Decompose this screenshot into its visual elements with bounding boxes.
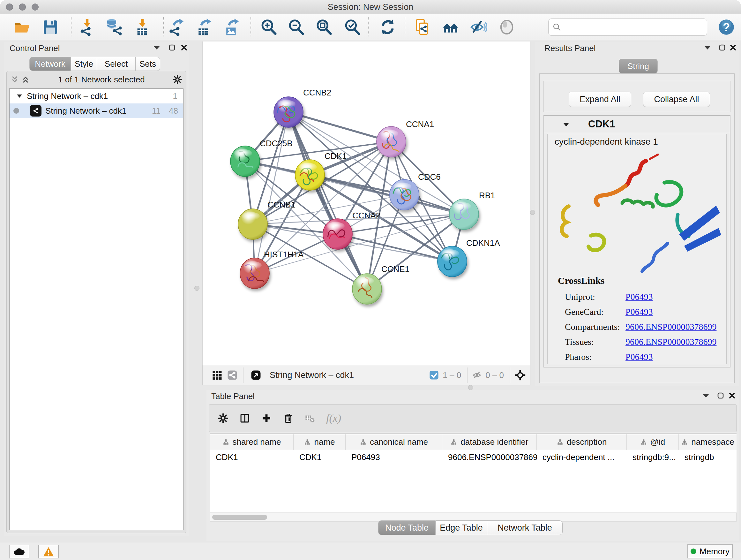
export-network-button[interactable] <box>167 17 186 37</box>
column-header-database-identifier[interactable]: database identifier <box>442 434 537 450</box>
column-header-description[interactable]: description <box>537 434 627 450</box>
hidden-items-button[interactable] <box>472 370 483 380</box>
node-CDC6[interactable] <box>390 179 419 210</box>
node-CCNE1[interactable] <box>352 273 382 304</box>
string-network-graph[interactable]: CCNB2CCNA1CDC25BCDK1CDC6RB1CCNB1CCNA2CDK… <box>203 42 531 365</box>
gene-card-header[interactable]: CDK1 <box>544 116 730 133</box>
node-CCNB1[interactable] <box>238 209 267 240</box>
node-CDKN1A[interactable] <box>437 246 467 277</box>
panel-menu-button[interactable] <box>151 43 162 52</box>
selected-filter-checkbox[interactable] <box>428 370 440 380</box>
search-field[interactable] <box>548 18 707 36</box>
crosslink-genecard[interactable]: P06493 <box>625 304 653 319</box>
apply-layout-button[interactable] <box>378 17 397 37</box>
warnings-button[interactable] <box>38 545 59 558</box>
table-cell[interactable]: stringdb:9... <box>627 450 679 464</box>
delete-column-button[interactable] <box>283 414 293 423</box>
table-row[interactable]: CDK1CDK1P064939606.ENSP00000378699cyclin… <box>210 450 737 464</box>
panel-close-button[interactable] <box>179 43 190 52</box>
collapse-triangle-icon[interactable] <box>14 91 25 101</box>
column-header-namespace[interactable]: namespace <box>679 434 737 450</box>
crosslink-pharos[interactable]: P06493 <box>625 349 653 364</box>
collapse-all-button[interactable]: Collapse All <box>643 91 710 107</box>
cloud-status-button[interactable] <box>9 545 29 558</box>
column-header-@id[interactable]: @id <box>627 434 679 450</box>
network-collection-row[interactable]: String Network – cdk1 1 <box>10 89 183 104</box>
table-cell[interactable]: CDK1 <box>293 450 346 464</box>
tab-select[interactable]: Select <box>97 57 135 71</box>
node-CDC25B[interactable] <box>230 146 260 177</box>
first-neighbors-button[interactable] <box>441 17 460 37</box>
table-cell[interactable]: stringdb <box>679 450 737 464</box>
zoom-selected-button[interactable] <box>343 17 362 37</box>
panel-menu-button[interactable] <box>702 43 713 52</box>
panel-close-button[interactable] <box>728 43 738 52</box>
export-table-button[interactable] <box>194 17 213 37</box>
node-CDK1[interactable] <box>295 160 325 190</box>
help-button[interactable]: ? <box>717 17 736 37</box>
crosslink-row: Tissues: 9606.ENSP00000378699 <box>565 334 724 349</box>
expand-all-networks-button[interactable] <box>9 75 20 84</box>
table-options-button[interactable] <box>218 414 228 423</box>
open-in-window-button[interactable] <box>251 370 261 380</box>
crosslink-tissues[interactable]: 9606.ENSP00000378699 <box>625 334 717 349</box>
column-header-canonical-name[interactable]: canonical name <box>346 434 442 450</box>
tab-network[interactable]: Network <box>29 57 71 71</box>
edge-CCNB2-CCNE1[interactable] <box>288 112 367 289</box>
table-cell[interactable]: cyclin-dependent ... <box>537 450 627 464</box>
node-CCNA2[interactable] <box>323 219 352 249</box>
tab-string[interactable]: String <box>619 59 658 73</box>
grid-view-button[interactable] <box>212 370 222 380</box>
import-network-database-button[interactable] <box>105 17 124 37</box>
collapse-all-networks-button[interactable] <box>20 75 31 84</box>
node-CCNB2[interactable] <box>274 97 303 127</box>
node-HIST1H1A[interactable] <box>240 258 269 289</box>
open-session-button[interactable] <box>13 17 32 37</box>
search-input[interactable] <box>561 22 698 32</box>
horizontal-splitter-handle[interactable] <box>468 385 473 390</box>
collapse-triangle-icon[interactable] <box>561 120 571 129</box>
import-network-file-button[interactable] <box>77 17 97 37</box>
column-header-name[interactable]: name <box>293 434 346 450</box>
expand-all-button[interactable]: Expand All <box>569 91 631 107</box>
network-badge-gray-button[interactable] <box>227 370 238 380</box>
network-options-button[interactable] <box>172 75 183 84</box>
panel-menu-button[interactable] <box>700 391 711 400</box>
create-column-button[interactable] <box>261 414 272 423</box>
right-splitter-handle[interactable] <box>530 210 535 215</box>
grapher-button[interactable] <box>497 17 516 37</box>
panel-float-button[interactable] <box>715 391 726 400</box>
table-cell[interactable]: P06493 <box>346 450 442 464</box>
tab-network-table[interactable]: Network Table <box>487 520 562 535</box>
crosslink-compartments[interactable]: 9606.ENSP00000378699 <box>625 319 717 334</box>
edge-CCNB2-HIST1H1A[interactable] <box>255 112 288 273</box>
panel-float-button[interactable] <box>166 43 178 52</box>
memory-button[interactable]: Memory <box>687 544 733 558</box>
zoom-fit-button[interactable] <box>314 17 333 37</box>
show-hide-button[interactable] <box>469 17 488 37</box>
zoom-in-button[interactable] <box>259 17 278 37</box>
tab-sets[interactable]: Sets <box>135 57 160 71</box>
left-splitter-handle[interactable] <box>194 286 199 291</box>
clone-network-button[interactable] <box>413 17 432 37</box>
table-cell[interactable]: CDK1 <box>210 450 293 464</box>
node-RB1[interactable] <box>449 199 479 230</box>
crosslink-uniprot[interactable]: P06493 <box>625 289 653 304</box>
table-cell[interactable]: 9606.ENSP00000378699 <box>442 450 537 464</box>
column-header-shared-name[interactable]: shared name <box>210 434 293 450</box>
tab-style[interactable]: Style <box>71 57 97 71</box>
network-canvas[interactable]: CCNB2CCNA1CDC25BCDK1CDC6RB1CCNB1CCNA2CDK… <box>202 42 530 365</box>
scrollbar-thumb[interactable] <box>212 515 267 520</box>
save-session-button[interactable] <box>41 17 60 37</box>
node-CCNA1[interactable] <box>377 126 406 157</box>
tab-node-table[interactable]: Node Table <box>378 520 435 535</box>
panel-float-button[interactable] <box>717 43 728 52</box>
show-columns-button[interactable] <box>239 414 250 423</box>
export-image-button[interactable] <box>222 17 241 37</box>
zoom-out-button[interactable] <box>286 17 306 37</box>
birdseye-navigator-button[interactable] <box>515 370 526 380</box>
network-row-selected[interactable]: String Network – cdk1 11 48 <box>10 104 183 118</box>
tab-edge-table[interactable]: Edge Table <box>435 520 487 535</box>
import-table-button[interactable] <box>133 17 152 37</box>
panel-close-button[interactable] <box>727 391 738 400</box>
